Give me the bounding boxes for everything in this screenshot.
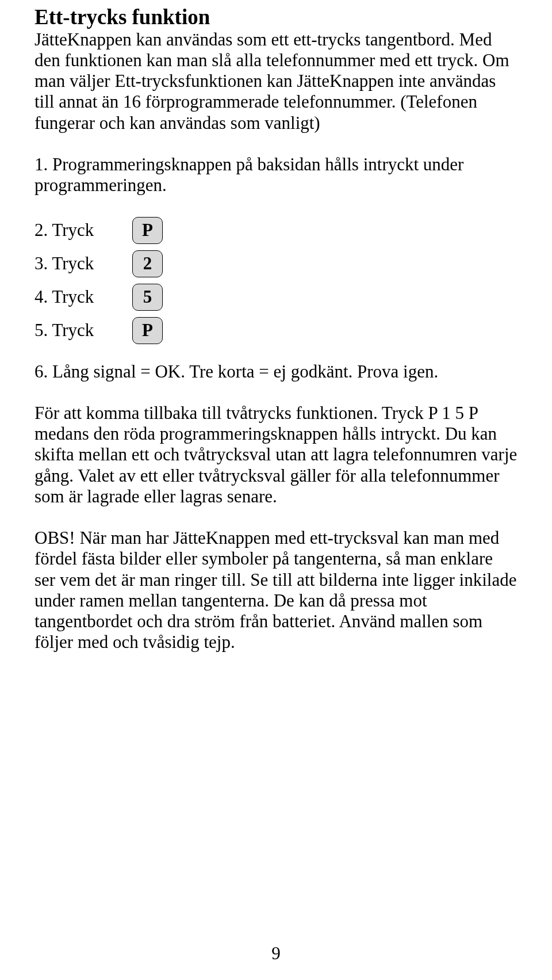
step-6: 6. Lång signal = OK. Tre korta = ej godk… <box>34 361 518 382</box>
step-4: 4. Tryck 5 <box>34 284 518 311</box>
step-2: 2. Tryck P <box>34 217 518 244</box>
step-2-label: 2. Tryck <box>34 220 132 241</box>
step-1: 1. Programmeringsknappen på baksidan hål… <box>34 154 518 196</box>
heading: Ett-trycks funktion <box>34 6 518 29</box>
intro-paragraph: JätteKnappen kan användas som ett ett-tr… <box>34 29 518 134</box>
return-paragraph: För att komma tillbaka till tvåtrycks fu… <box>34 403 518 507</box>
steps-block: 1. Programmeringsknappen på baksidan hål… <box>34 154 518 382</box>
page: Ett-trycks funktion JätteKnappen kan anv… <box>0 0 552 980</box>
step-4-label: 4. Tryck <box>34 287 132 307</box>
key-5: 5 <box>132 284 163 311</box>
key-2: 2 <box>132 250 163 277</box>
page-number: 9 <box>0 943 552 964</box>
step-5: 5. Tryck P <box>34 317 518 344</box>
obs-paragraph: OBS! När man har JätteKnappen med ett-tr… <box>34 528 518 653</box>
step-3: 3. Tryck 2 <box>34 250 518 277</box>
key-p-2: P <box>132 317 163 344</box>
step-5-label: 5. Tryck <box>34 320 132 341</box>
key-p-1: P <box>132 217 163 244</box>
heading-block: Ett-trycks funktion JätteKnappen kan anv… <box>34 6 518 134</box>
step-3-label: 3. Tryck <box>34 253 132 274</box>
